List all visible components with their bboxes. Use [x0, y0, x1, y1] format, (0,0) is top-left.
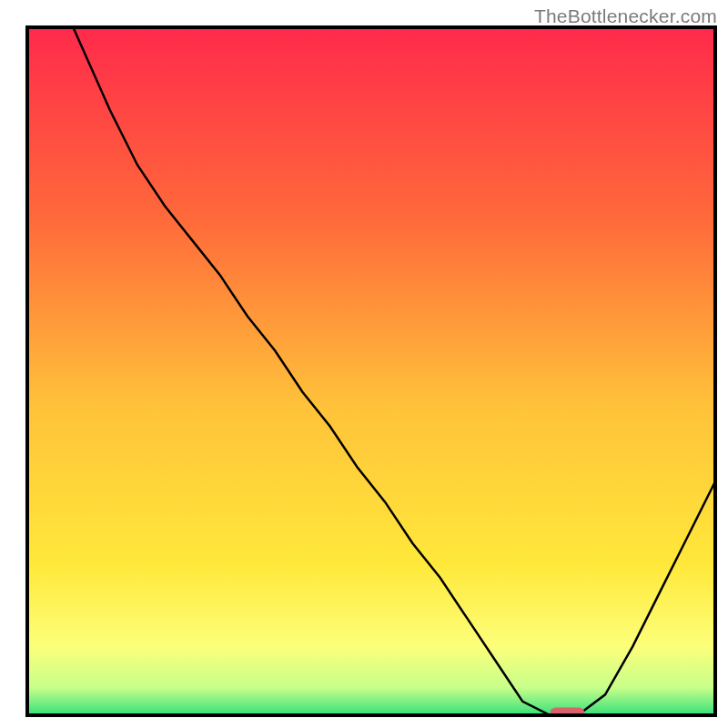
- bottleneck-chart: [0, 0, 728, 728]
- plot-background: [27, 27, 715, 715]
- chart-container: TheBottlenecker.com: [0, 0, 728, 728]
- watermark-text: TheBottlenecker.com: [534, 5, 717, 27]
